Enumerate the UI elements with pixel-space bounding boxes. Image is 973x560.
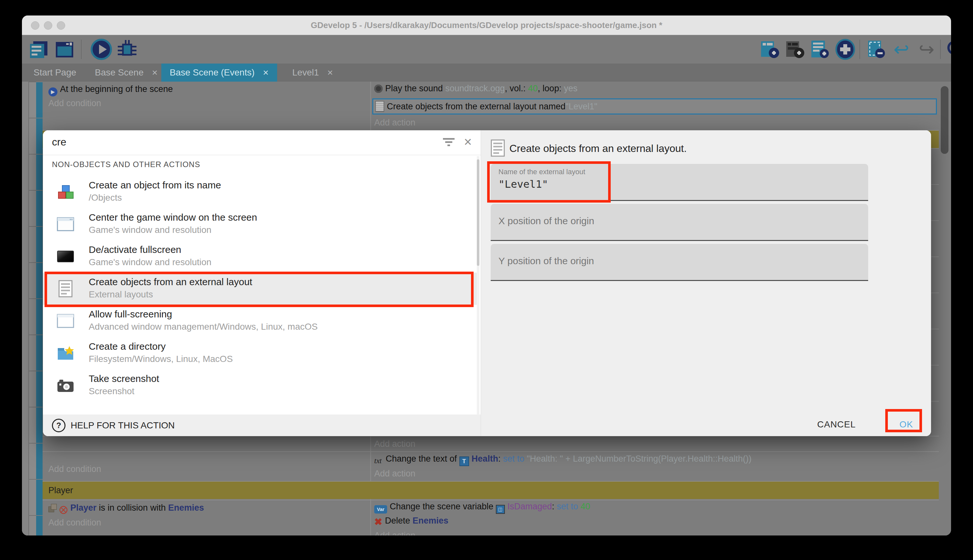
group-header-player[interactable]: Player [43, 482, 939, 499]
begin-scene-icon: ▶ [48, 87, 57, 97]
game-window-icon [57, 215, 75, 233]
action-title: De/activate fullscreen [89, 244, 181, 255]
window-title: GDevelop 5 - /Users/dkarakay/Documents/G… [22, 20, 951, 30]
add-action-link[interactable]: Add action [374, 469, 415, 479]
condition-object: Enemies [168, 503, 204, 513]
app-window: GDevelop 5 - /Users/dkarakay/Documents/G… [22, 15, 951, 535]
add-action-link[interactable]: Add action [374, 531, 415, 535]
action-param: 40 [528, 83, 538, 93]
play-icon[interactable] [90, 38, 113, 61]
action-operator: set to [557, 502, 581, 511]
events-scrollbar[interactable] [941, 86, 948, 154]
action-list-item[interactable]: Allow full-screening Advanced window man… [43, 305, 477, 337]
action-title: Center the game window on the screen [89, 212, 257, 223]
filter-icon[interactable] [443, 137, 456, 148]
action-list-item[interactable]: Create a directory Filesystem/Windows, L… [43, 337, 477, 369]
action-operator: set to [503, 454, 527, 463]
condition-text: At the beginning of the scene [60, 84, 173, 94]
action-list-item[interactable]: Take screenshot Screenshot [43, 369, 477, 402]
action-object: Health [472, 454, 498, 463]
action-list-item[interactable]: Center the game window on the screen Gam… [43, 208, 477, 240]
action-subtitle: /Objects [89, 193, 122, 203]
tab-label: Level1 [292, 67, 319, 78]
event-condition-row[interactable]: ▶At the beginning of the scene [48, 84, 173, 97]
row-separator [43, 500, 939, 500]
project-manager-icon[interactable] [27, 38, 50, 61]
annotation-box-ok-button [885, 409, 922, 432]
action-object: Enemies [413, 516, 448, 525]
tab-base-scene[interactable]: Base Scene × [87, 63, 166, 82]
close-icon[interactable]: × [464, 134, 472, 150]
group-title: Player [48, 485, 73, 495]
delete-event-icon[interactable] [865, 38, 888, 61]
toolbar-separator [81, 40, 82, 59]
add-condition-link[interactable]: Add condition [48, 464, 101, 474]
camera-icon [57, 377, 75, 395]
cancel-button[interactable]: CANCEL [817, 419, 856, 430]
add-action-link[interactable]: Add action [374, 439, 415, 449]
action-search-bar[interactable]: cre × [43, 130, 481, 155]
action-list-item[interactable]: Create an object from its name /Objects [43, 176, 477, 208]
external-layout-icon [375, 101, 384, 112]
event-action-row[interactable]: ✖Delete Enemies [374, 516, 448, 527]
tab-base-scene-events[interactable]: Base Scene (Events) × [161, 63, 277, 82]
add-event-icon[interactable] [758, 38, 781, 61]
tab-close-icon[interactable]: × [152, 67, 158, 78]
debug-icon[interactable] [115, 38, 139, 61]
add-condition-link[interactable]: Add condition [48, 518, 101, 528]
event-condition-row[interactable]: ⨂Player is in collision with Enemies [48, 503, 204, 515]
actions-section-header: NON-OBJECTS AND OTHER ACTIONS [52, 160, 200, 169]
text-object-icon: T [460, 457, 469, 466]
annotation-box-selected-action [45, 272, 473, 307]
event-action-row[interactable]: VarChange the scene variable ◫IsDamaged:… [374, 502, 590, 514]
action-text: : [498, 454, 503, 463]
condition-text: is in collision with [97, 503, 168, 513]
event-action-row[interactable]: Play the sound soundtrack.ogg, vol.: 40,… [374, 83, 578, 93]
field-placeholder: X position of the origin [498, 215, 594, 227]
action-text: Create objects from the external layout … [387, 102, 566, 112]
x-position-field[interactable]: X position of the origin [491, 204, 868, 241]
search-icon[interactable] [944, 38, 951, 61]
add-action-link[interactable]: Add action [374, 118, 415, 128]
action-expression: "Health: " + LargeNumberToString(Player.… [527, 454, 752, 463]
selected-action-row[interactable]: Create objects from the external layout … [372, 98, 937, 115]
action-subtitle: Screenshot [89, 386, 135, 397]
tab-close-icon[interactable]: × [263, 67, 269, 78]
help-link[interactable]: HELP FOR THIS ACTION [71, 420, 175, 431]
redo-icon[interactable]: ↪ [915, 38, 938, 61]
action-text: Change the text of [385, 454, 459, 463]
objects-cubes-icon [57, 183, 75, 201]
txt-icon: txt [374, 457, 382, 465]
events-left-margin [22, 82, 28, 535]
tab-start-page[interactable]: Start Page [25, 63, 85, 82]
search-input[interactable]: cre [52, 136, 66, 148]
titlebar: GDevelop 5 - /Users/dkarakay/Documents/G… [22, 15, 951, 35]
tab-label: Base Scene (Events) [170, 67, 255, 78]
action-list-item[interactable]: De/activate fullscreen Game's window and… [43, 240, 477, 273]
action-text: Delete [385, 516, 413, 525]
collision-icon: ⨂ [59, 505, 68, 515]
tab-close-icon[interactable]: × [327, 67, 333, 78]
action-list-scrollbar[interactable] [477, 156, 480, 421]
row-separator [43, 451, 939, 452]
toolbar-separator [940, 40, 941, 59]
add-condition-link[interactable]: Add condition [48, 98, 101, 108]
add-comment-icon[interactable] [808, 38, 832, 61]
event-action-row[interactable]: txt Change the text of THealth: set to "… [374, 454, 751, 466]
action-title: Take screenshot [89, 373, 159, 384]
help-icon[interactable]: ? [52, 419, 65, 432]
scene-editor-icon[interactable] [53, 38, 76, 61]
undo-icon[interactable]: ↩ [890, 38, 913, 61]
action-param: 40 [580, 502, 590, 511]
main-toolbar: ↩ ↪ [22, 35, 951, 63]
action-variable: IsDamaged [508, 502, 552, 511]
field-placeholder: Y position of the origin [498, 255, 594, 267]
sound-icon [374, 85, 383, 93]
y-position-field[interactable]: Y position of the origin [491, 244, 868, 281]
annotation-box-name-field [487, 161, 611, 203]
add-other-icon[interactable] [834, 38, 857, 61]
tab-level1[interactable]: Level1 × [284, 63, 342, 82]
add-subevent-icon[interactable] [783, 38, 806, 61]
folder-icon [57, 344, 75, 362]
action-subtitle: Game's window and resolution [89, 225, 211, 235]
